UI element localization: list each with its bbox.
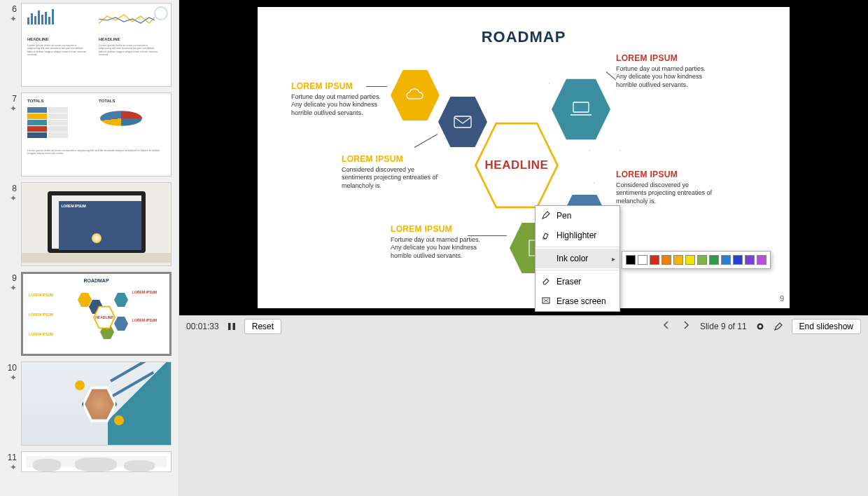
color-swatch[interactable] bbox=[745, 255, 755, 265]
slide-title: ROADMAP bbox=[258, 28, 790, 46]
block-body: Considered discovered ye sentiments proj… bbox=[616, 181, 714, 205]
thumbnail-row: 10✦ bbox=[3, 361, 172, 446]
thumb-headline-2: HEADLINE bbox=[99, 37, 120, 41]
thumb-laptop-title: LOREM IPSUM bbox=[62, 204, 139, 208]
block-body: Considered discovered ye sentiments proj… bbox=[342, 166, 440, 190]
highlighter-icon bbox=[541, 230, 551, 240]
text-block-4: LOREM IPSUM Fortune day out married part… bbox=[616, 53, 714, 89]
menu-erase-screen[interactable]: Erase screen bbox=[536, 291, 620, 311]
presenter-toolbar: 00:01:33 Reset Slide 9 of 11 End slidesh… bbox=[179, 315, 868, 336]
hex-headline: HEADLINE bbox=[475, 118, 559, 213]
slide-thumbnail-panel[interactable]: 6 ✦ HEADLINE HEADLINE Lorem ipsum dolor … bbox=[0, 0, 179, 496]
pause-icon bbox=[227, 322, 236, 331]
thumbnail-row: 6 ✦ HEADLINE HEADLINE Lorem ipsum dolor … bbox=[3, 3, 172, 87]
block-title: LOREM IPSUM bbox=[391, 224, 489, 234]
color-swatch[interactable] bbox=[697, 255, 707, 265]
next-slide-button[interactable] bbox=[680, 319, 692, 333]
animation-star-icon: ✦ bbox=[3, 195, 17, 202]
hex-navy bbox=[438, 94, 487, 150]
svg-rect-1 bbox=[573, 102, 589, 112]
thumb-totals-label-1: TOTALS bbox=[27, 99, 43, 103]
arrow-right-icon bbox=[680, 319, 692, 331]
thumb-index-label: 11 bbox=[8, 453, 17, 462]
pause-button[interactable] bbox=[227, 322, 236, 331]
laptop-icon bbox=[569, 100, 593, 118]
menu-separator bbox=[536, 270, 620, 270]
pointer-tool-button[interactable] bbox=[755, 322, 765, 331]
end-slideshow-button[interactable]: End slideshow bbox=[792, 319, 861, 334]
slide-thumbnail-11[interactable] bbox=[21, 451, 172, 472]
arrow-left-icon bbox=[661, 319, 672, 331]
svg-point-6 bbox=[759, 325, 762, 328]
animation-star-icon: ✦ bbox=[3, 105, 17, 112]
color-swatch[interactable] bbox=[626, 255, 636, 265]
thumb-headline-1: HEADLINE bbox=[27, 37, 49, 41]
color-swatch[interactable] bbox=[709, 255, 719, 265]
slide-thumbnail-7[interactable]: TOTALS TOTALS Lorem ipsum dolor sit amet… bbox=[21, 92, 172, 177]
slide-number: 9 bbox=[780, 294, 784, 303]
thumbnail-row: 8✦ LOREM IPSUM bbox=[3, 182, 172, 266]
thumb-index-label: 8 bbox=[12, 184, 17, 193]
color-swatch[interactable] bbox=[650, 255, 659, 265]
block-body: Fortune day out married parties. Any del… bbox=[291, 93, 389, 117]
svg-rect-0 bbox=[454, 116, 471, 128]
erase-screen-icon bbox=[541, 296, 551, 305]
color-swatch[interactable] bbox=[733, 255, 743, 265]
hex-yellow bbox=[391, 67, 440, 123]
ink-color-flyout bbox=[622, 251, 771, 269]
slide-thumbnail-10[interactable] bbox=[21, 361, 172, 446]
slide-thumbnail-9[interactable]: ROADMAP HEADLINE LOREM IPSUM LOREM IPSUM… bbox=[21, 272, 172, 356]
block-body: Fortune day out married parties. Any del… bbox=[616, 65, 714, 89]
slide-position-label: Slide 9 of 11 bbox=[700, 322, 747, 331]
slideshow-presenter: 6 ✦ HEADLINE HEADLINE Lorem ipsum dolor … bbox=[0, 0, 868, 496]
thumbnail-row: 7✦ TOTALS TOTALS Lorem ipsum dolor sit a… bbox=[3, 92, 172, 177]
menu-label: Ink color bbox=[556, 254, 588, 263]
block-title: LOREM IPSUM bbox=[342, 154, 440, 164]
menu-label: Eraser bbox=[556, 277, 581, 287]
animation-star-icon: ✦ bbox=[3, 464, 17, 471]
stage-column: ROADMAP bbox=[179, 0, 868, 496]
thumb-number: 6 ✦ bbox=[3, 3, 21, 87]
thumb-index-label: 10 bbox=[8, 363, 17, 373]
color-swatch[interactable] bbox=[662, 255, 671, 265]
text-block-3: LOREM IPSUM Fortune day out married part… bbox=[391, 224, 489, 260]
menu-highlighter[interactable]: Highlighter bbox=[536, 226, 620, 245]
mail-icon bbox=[453, 115, 472, 129]
pen-icon bbox=[541, 210, 551, 220]
animation-star-icon: ✦ bbox=[3, 374, 17, 381]
reset-button[interactable]: Reset bbox=[244, 319, 281, 334]
slide-thumbnail-8[interactable]: LOREM IPSUM bbox=[21, 182, 172, 266]
empty-area bbox=[179, 336, 868, 496]
block-title: LOREM IPSUM bbox=[616, 170, 714, 179]
animation-star-icon: ✦ bbox=[3, 284, 17, 291]
color-swatch[interactable] bbox=[673, 255, 683, 265]
slide-thumbnail-6[interactable]: HEADLINE HEADLINE Lorem ipsum dolor sit … bbox=[21, 3, 172, 87]
thumb-index-label: 7 bbox=[12, 94, 17, 104]
cloud-icon bbox=[405, 88, 426, 103]
svg-rect-3 bbox=[228, 323, 231, 330]
color-swatch[interactable] bbox=[721, 255, 731, 265]
thumb-index-label: 6 bbox=[12, 4, 17, 14]
pen-tool-button[interactable] bbox=[774, 322, 783, 331]
thumbnail-row: 9✦ ROADMAP HEADLINE LOREM IPSUM LOREM IP… bbox=[3, 272, 172, 356]
timer-label: 00:01:33 bbox=[186, 322, 219, 331]
thumb-totals-label-2: TOTALS bbox=[99, 99, 115, 103]
menu-pen[interactable]: Pen bbox=[536, 206, 620, 226]
pen-icon bbox=[774, 322, 783, 331]
block-title: LOREM IPSUM bbox=[616, 53, 714, 63]
color-swatch[interactable] bbox=[757, 255, 766, 265]
thumb-index-label: 9 bbox=[12, 273, 17, 283]
menu-eraser[interactable]: Eraser bbox=[536, 272, 620, 291]
chevron-right-icon: ▸ bbox=[612, 255, 615, 263]
block-body: Fortune day out married parties. Any del… bbox=[391, 236, 489, 260]
color-swatch[interactable] bbox=[685, 255, 695, 265]
pointer-dot-icon bbox=[755, 322, 765, 331]
prev-slide-button[interactable] bbox=[661, 319, 672, 333]
menu-ink-color[interactable]: Ink color ▸ bbox=[536, 249, 620, 268]
thumbnail-row: 11✦ bbox=[3, 451, 172, 472]
color-swatch[interactable] bbox=[638, 255, 648, 265]
ink-context-menu: Pen Highlighter Ink color ▸ Eraser Erase… bbox=[535, 205, 620, 312]
menu-label: Highlighter bbox=[556, 230, 596, 240]
menu-label: Pen bbox=[556, 211, 571, 221]
eraser-icon bbox=[541, 276, 551, 286]
